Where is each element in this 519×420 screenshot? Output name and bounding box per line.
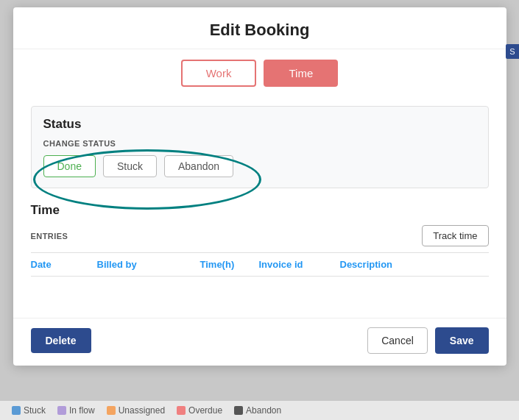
table-empty <box>31 277 489 306</box>
col-invoice: Invoice id <box>259 259 340 270</box>
track-time-button[interactable]: Track time <box>422 225 488 246</box>
legend-stuck: Stuck <box>12 405 46 416</box>
status-abandon-button[interactable]: Abandon <box>164 155 233 177</box>
legend-unassigned-dot <box>107 406 116 415</box>
legend-stuck-dot <box>12 406 21 415</box>
footer-right: Cancel Save <box>367 327 488 354</box>
time-section-header: ENTRIES Track time <box>31 225 489 246</box>
legend-overdue-label: Overdue <box>188 405 222 416</box>
legend-abandon-label: Abandon <box>246 405 281 416</box>
legend-unassigned: Unassigned <box>107 405 165 416</box>
status-stuck-button[interactable]: Stuck <box>103 155 157 177</box>
modal-title: Edit Booking <box>31 21 489 40</box>
entries-label: ENTRIES <box>31 232 68 241</box>
tab-row: Work Time <box>13 49 506 94</box>
col-description: Description <box>340 259 489 270</box>
legend-abandon: Abandon <box>234 405 281 416</box>
legend-inflow-label: In flow <box>69 405 95 416</box>
legend-abandon-dot <box>234 406 243 415</box>
right-indicator: S <box>506 44 519 59</box>
modal-header: Edit Booking <box>13 7 506 49</box>
time-section: Time ENTRIES Track time Date Billed by T… <box>31 203 489 306</box>
edit-booking-modal: Edit Booking Work Time Status CHANGE STA… <box>13 7 506 366</box>
tab-work[interactable]: Work <box>181 60 257 87</box>
table-header: Date Billed by Time(h) Invoice id Descri… <box>31 252 489 277</box>
save-button[interactable]: Save <box>435 327 489 354</box>
tab-time[interactable]: Time <box>264 60 338 87</box>
status-title: Status <box>43 117 476 132</box>
modal-footer: Delete Cancel Save <box>13 318 506 366</box>
col-time: Time(h) <box>200 259 259 270</box>
cancel-button[interactable]: Cancel <box>367 327 428 354</box>
change-status-label: CHANGE STATUS <box>43 139 476 148</box>
time-title: Time <box>31 203 489 218</box>
status-done-button[interactable]: Done <box>43 155 96 177</box>
legend-overdue-dot <box>177 406 186 415</box>
col-billed-by: Billed by <box>97 259 200 270</box>
status-section: Status CHANGE STATUS Done Stuck Abandon <box>31 106 489 188</box>
legend-unassigned-label: Unassigned <box>119 405 165 416</box>
status-buttons: Done Stuck Abandon <box>43 155 476 177</box>
modal-body: Status CHANGE STATUS Done Stuck Abandon … <box>13 94 506 318</box>
legend-inflow: In flow <box>57 405 95 416</box>
col-date: Date <box>31 259 97 270</box>
legend-overdue: Overdue <box>177 405 222 416</box>
legend-inflow-dot <box>57 406 66 415</box>
delete-button[interactable]: Delete <box>31 328 91 353</box>
legend-stuck-label: Stuck <box>24 405 46 416</box>
legend-bar: Stuck In flow Unassigned Overdue Abandon <box>0 401 519 420</box>
